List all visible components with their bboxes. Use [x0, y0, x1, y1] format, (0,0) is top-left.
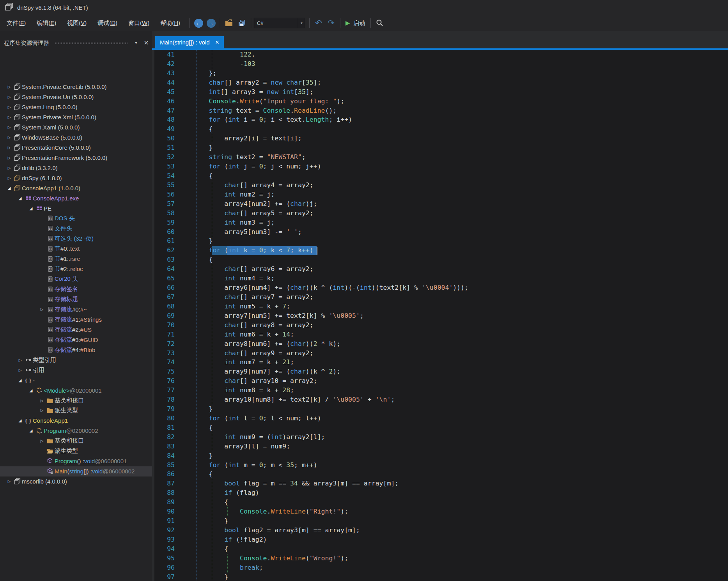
menu-item[interactable]: 帮助(H)	[156, 17, 184, 29]
undo-button[interactable]: ↶	[313, 17, 324, 29]
expander-closed-icon[interactable]: ▷	[5, 105, 13, 109]
expander-open-icon[interactable]: ◢	[16, 196, 24, 200]
code-line[interactable]: 43 };	[154, 69, 728, 78]
code-line[interactable]: 71 int num6 = k + 14;	[154, 330, 728, 339]
code-line[interactable]: 57 array4[num2] += (char)j;	[154, 199, 728, 209]
code-line[interactable]: 69 array7[num5] += text2[k] % '\u0005';	[154, 311, 728, 321]
save-all-button[interactable]	[236, 17, 248, 29]
code-line[interactable]: 60 array5[num3] -= ' ';	[154, 227, 728, 237]
expander-closed-icon[interactable]: ▷	[5, 145, 13, 150]
code-line[interactable]: 56 int num2 = j;	[154, 190, 728, 199]
code-line[interactable]: 61 }	[154, 236, 728, 246]
tree-row[interactable]: 01节 #0: .text	[0, 244, 152, 254]
code-line[interactable]: 54 {	[154, 171, 728, 181]
expander-open-icon[interactable]: ◢	[16, 418, 24, 423]
code-line[interactable]: 45 int[] array3 = new int[35];	[154, 87, 728, 97]
code-line[interactable]: 48 for (int i = 0; i < text.Length; i++)	[154, 115, 728, 124]
tree-row[interactable]: ◢ Program @02000002	[0, 426, 152, 436]
code-line[interactable]: 62 for (int k = 0; k < 7; k++)	[154, 246, 728, 255]
code-line[interactable]: 59 int num3 = j;	[154, 218, 728, 227]
code-line[interactable]: 80 for (int l = 0; l < num; l++)	[154, 414, 728, 423]
tree-row[interactable]: ▷ System.Private.Xml (5.0.0.0)	[0, 112, 152, 122]
tree-row[interactable]: ▷ 引用	[0, 365, 152, 375]
expander-closed-icon[interactable]: ▷	[16, 368, 24, 372]
code-line[interactable]: 53 for (int j = 0; j < num; j++)	[154, 162, 728, 171]
tree-row[interactable]: Program() : void @06000001	[0, 456, 152, 466]
code-line[interactable]: 88 if (flag)	[154, 488, 728, 498]
code-line[interactable]: 41 122,	[154, 50, 728, 59]
tree-row[interactable]: ◢{ }-	[0, 375, 152, 385]
expander-closed-icon[interactable]: ▷	[38, 399, 46, 403]
tab-main[interactable]: Main(string[]) : void ✕	[155, 36, 224, 48]
tree-row[interactable]: 01存储流 #1: #Strings	[0, 315, 152, 325]
expander-open-icon[interactable]: ◢	[27, 388, 35, 393]
start-button[interactable]: ▶ 启动	[343, 19, 368, 27]
tree-row[interactable]: ▷ System.Private.Uri (5.0.0.0)	[0, 92, 152, 102]
expander-closed-icon[interactable]: ▷	[5, 85, 13, 89]
code-line[interactable]: 87 bool flag = m == 34 && array3[m] == a…	[154, 479, 728, 488]
code-line[interactable]: 55 char[] array4 = array2;	[154, 181, 728, 190]
code-line[interactable]: 73 char[] array9 = array2;	[154, 349, 728, 358]
tree-row[interactable]: ▷ System.Private.CoreLib (5.0.0.0)	[0, 82, 152, 92]
tree-row[interactable]: ▷ dnlib (3.3.2.0)	[0, 163, 152, 173]
tree-row[interactable]: ◢ PE	[0, 203, 152, 213]
code-line[interactable]: 75 array9[num7] += (char)(k ^ 2);	[154, 367, 728, 376]
code-line[interactable]: 89 {	[154, 498, 728, 507]
open-button[interactable]	[223, 17, 235, 29]
menu-item[interactable]: 文件(F)	[2, 17, 30, 29]
code-line[interactable]: 44 char[] array2 = new char[35];	[154, 78, 728, 87]
code-line[interactable]: 79 }	[154, 404, 728, 414]
panel-menu-button[interactable]: ▼	[132, 39, 140, 47]
expander-closed-icon[interactable]: ▷	[38, 307, 46, 312]
expander-closed-icon[interactable]: ▷	[38, 408, 46, 413]
tree-row[interactable]: ▷ 基类和接口	[0, 436, 152, 446]
panel-grip[interactable]	[55, 41, 128, 44]
code-line[interactable]: 90 Console.WriteLine("Right!");	[154, 507, 728, 516]
code-line[interactable]: 86 {	[154, 469, 728, 479]
code-line[interactable]: 72 array8[num6] += (char)(2 * k);	[154, 339, 728, 349]
search-button[interactable]	[374, 17, 386, 29]
code-line[interactable]: 83 array3[l] = num9;	[154, 442, 728, 451]
expander-closed-icon[interactable]: ▷	[5, 166, 13, 170]
redo-button[interactable]: ↷	[325, 17, 337, 29]
code-line[interactable]: 78 array10[num8] += text2[k] / '\u0005' …	[154, 395, 728, 404]
tree-row[interactable]: ▷ WindowsBase (5.0.0.0)	[0, 133, 152, 143]
expander-closed-icon[interactable]: ▷	[5, 176, 13, 180]
code-line[interactable]: 66 array6[num4] += (char)(k ^ (int)(-(in…	[154, 283, 728, 292]
expander-closed-icon[interactable]: ▷	[5, 156, 13, 160]
tree-row[interactable]: 01DOS 头	[0, 213, 152, 223]
menu-item[interactable]: 视图(V)	[63, 17, 91, 29]
tree-row[interactable]: 01存储标题	[0, 294, 152, 305]
tree-row[interactable]: ▷ 基类和接口	[0, 395, 152, 406]
assembly-explorer-header[interactable]: 程序集资源管理器 ▼ ✕	[0, 36, 152, 50]
expander-closed-icon[interactable]: ▷	[5, 135, 13, 140]
tree-row[interactable]: ◢{ }ConsoleApp1	[0, 416, 152, 426]
expander-open-icon[interactable]: ◢	[5, 186, 13, 190]
code-line[interactable]: 92 bool flag2 = array3[m] == array[m];	[154, 526, 728, 535]
tree-row[interactable]: 01存储流 #4: #Blob	[0, 345, 152, 355]
tree-row[interactable]: 01Cor20 头	[0, 274, 152, 284]
menu-item[interactable]: 编辑(E)	[32, 17, 60, 29]
code-line[interactable]: 81 {	[154, 423, 728, 432]
code-line[interactable]: 85 for (int m = 0; m < 35; m++)	[154, 461, 728, 470]
tree-row[interactable]: ▷ dnSpy (6.1.8.0)	[0, 173, 152, 183]
code-line[interactable]: 58 char[] array5 = array2;	[154, 209, 728, 218]
code-line[interactable]: 47 string text = Console.ReadLine();	[154, 106, 728, 115]
expander-open-icon[interactable]: ◢	[27, 429, 35, 433]
expander-closed-icon[interactable]: ▷	[5, 479, 13, 484]
tree-row[interactable]: 01可选头 (32 -位)	[0, 234, 152, 244]
tree-row[interactable]: ▷ mscorlib (4.0.0.0)	[0, 476, 152, 487]
code-line[interactable]: 50 array2[i] = text[i];	[154, 134, 728, 143]
tree-row[interactable]: ▷ PresentationCore (5.0.0.0)	[0, 143, 152, 153]
expander-open-icon[interactable]: ◢	[16, 378, 24, 383]
tree-row[interactable]: ◢ ConsoleApp1.exe	[0, 193, 152, 203]
title-bar[interactable]: dnSpy v6.1.8 (64-bit, .NET)	[0, 0, 728, 15]
code-line[interactable]: 96 break;	[154, 563, 728, 572]
code-line[interactable]: 74 int num7 = k + 21;	[154, 358, 728, 367]
code-line[interactable]: 68 int num5 = k + 7;	[154, 302, 728, 311]
code-line[interactable]: 82 int num9 = (int)array2[l];	[154, 432, 728, 442]
menu-item[interactable]: 窗口(W)	[124, 17, 154, 29]
tree-row[interactable]: 01节 #2: .reloc	[0, 264, 152, 274]
tree-row[interactable]: ▷ System.Xaml (5.0.0.0)	[0, 122, 152, 133]
forward-button[interactable]: →	[205, 17, 217, 29]
